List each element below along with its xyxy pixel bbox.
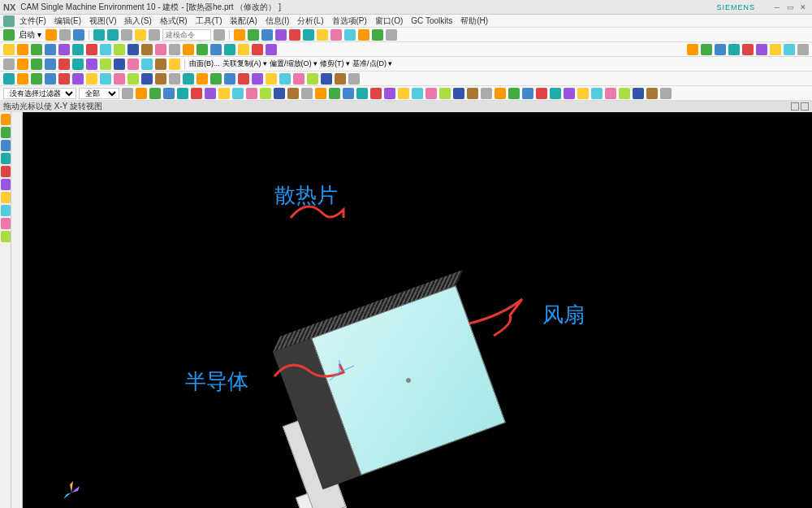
curve-c-icon[interactable]	[31, 73, 42, 85]
sk-m-icon[interactable]	[169, 59, 180, 70]
cylinder-icon[interactable]	[31, 44, 42, 55]
menu-gctoolkits[interactable]: GC Toolkits	[408, 15, 456, 26]
sk-d-icon[interactable]	[45, 59, 56, 70]
view-c-icon[interactable]	[715, 44, 726, 55]
label-offsetscale[interactable]: 偏置/缩放(O) ▾	[270, 59, 317, 69]
view-a-icon[interactable]	[687, 44, 698, 55]
sel-n-icon[interactable]	[301, 88, 313, 99]
view-e-icon[interactable]	[742, 44, 754, 55]
sel-s-icon[interactable]	[370, 88, 382, 99]
sweep-icon[interactable]	[100, 44, 111, 55]
nav-sys-icon[interactable]	[1, 231, 11, 242]
command-input[interactable]	[162, 29, 211, 41]
nav-hd3d-icon[interactable]	[1, 166, 11, 177]
menu-prefs[interactable]: 首选项(P)	[329, 15, 370, 28]
snap-c-icon[interactable]	[439, 88, 451, 99]
viewport[interactable]: 散热片 风扇 半导体	[23, 112, 812, 508]
tool-e-icon[interactable]	[289, 29, 300, 41]
snap-r-icon[interactable]	[646, 88, 658, 99]
curve-d-icon[interactable]	[45, 73, 56, 85]
sk-e-icon[interactable]	[58, 59, 70, 70]
sel-h-icon[interactable]	[218, 88, 230, 99]
shell-icon[interactable]	[155, 44, 166, 55]
menu-window[interactable]: 窗口(O)	[372, 15, 406, 28]
paste-icon[interactable]	[149, 29, 160, 41]
copy-icon[interactable]	[135, 29, 146, 41]
sk-g-icon[interactable]	[86, 59, 97, 70]
tool-k-icon[interactable]	[372, 29, 383, 41]
sel-r-icon[interactable]	[356, 88, 368, 99]
curve-b-icon[interactable]	[17, 73, 28, 85]
tool-h-icon[interactable]	[330, 29, 342, 41]
tool-f-icon[interactable]	[303, 29, 314, 41]
new-icon[interactable]	[45, 29, 57, 41]
snap-p-icon[interactable]	[619, 88, 630, 99]
sel-c-icon[interactable]	[149, 88, 161, 99]
tool-i-icon[interactable]	[344, 29, 356, 41]
curve-l-icon[interactable]	[155, 73, 166, 85]
subtract-icon[interactable]	[252, 44, 263, 55]
view-i-icon[interactable]	[797, 44, 809, 55]
curve-k-icon[interactable]	[141, 73, 153, 85]
sk-j-icon[interactable]	[127, 59, 139, 70]
snap-q-icon[interactable]	[633, 88, 644, 99]
sk-b-icon[interactable]	[17, 59, 28, 70]
nav-constraint-icon[interactable]	[1, 140, 11, 151]
snap-j-icon[interactable]	[536, 88, 547, 99]
view-h-icon[interactable]	[784, 44, 795, 55]
menu-assembly[interactable]: 装配(A)	[227, 15, 260, 28]
view-b-icon[interactable]	[701, 44, 712, 55]
menu-info[interactable]: 信息(I)	[262, 15, 292, 28]
nav-history-icon[interactable]	[1, 192, 11, 203]
snap-l-icon[interactable]	[564, 88, 575, 99]
curve-q-icon[interactable]	[224, 73, 235, 85]
sk-f-icon[interactable]	[72, 59, 84, 70]
restore-button[interactable]: ▭	[784, 2, 796, 12]
save-icon[interactable]	[73, 29, 84, 41]
curve-p-icon[interactable]	[210, 73, 222, 85]
sel-e-icon[interactable]	[177, 88, 188, 99]
start-label[interactable]: 启动 ▾	[17, 29, 43, 41]
start-icon[interactable]	[3, 29, 15, 41]
nav-browser-icon[interactable]	[1, 179, 11, 190]
search-icon[interactable]	[214, 29, 225, 41]
mirror-icon[interactable]	[224, 44, 235, 55]
nav-asm-icon[interactable]	[1, 127, 11, 138]
curve-j-icon[interactable]	[127, 73, 139, 85]
menu-file[interactable]: 文件(F)	[16, 15, 50, 28]
tool-d-icon[interactable]	[275, 29, 287, 41]
label-datum[interactable]: 基准/点(D) ▾	[352, 59, 393, 69]
open-icon[interactable]	[59, 29, 71, 41]
sk-h-icon[interactable]	[100, 59, 111, 70]
menu-help[interactable]: 帮助(H)	[457, 15, 491, 28]
revolve-icon[interactable]	[86, 44, 97, 55]
filter-select[interactable]: 没有选择过滤器	[3, 88, 76, 99]
curve-w-icon[interactable]	[307, 73, 318, 85]
tool-j-icon[interactable]	[358, 29, 369, 41]
menu-format[interactable]: 格式(R)	[157, 15, 191, 28]
view-g-icon[interactable]	[770, 44, 781, 55]
close-button[interactable]: ✕	[797, 2, 809, 12]
sk-l-icon[interactable]	[155, 59, 166, 70]
curve-m-icon[interactable]	[169, 73, 180, 85]
snap-g-icon[interactable]	[495, 88, 506, 99]
undo-icon[interactable]	[93, 29, 105, 41]
curve-u-icon[interactable]	[279, 73, 291, 85]
scope-select[interactable]: 全部	[79, 88, 119, 99]
snap-a-icon[interactable]	[412, 88, 423, 99]
sk-a-icon[interactable]	[3, 59, 15, 70]
extrude-icon[interactable]	[72, 44, 84, 55]
snap-f-icon[interactable]	[481, 88, 492, 99]
snap-i-icon[interactable]	[522, 88, 533, 99]
curve-y-icon[interactable]	[335, 73, 346, 85]
sel-o-icon[interactable]	[315, 88, 326, 99]
curve-s-icon[interactable]	[252, 73, 263, 85]
menu-insert[interactable]: 插入(S)	[121, 15, 154, 28]
view-d-icon[interactable]	[728, 44, 740, 55]
menu-view[interactable]: 视图(V)	[86, 15, 119, 28]
sel-j-icon[interactable]	[246, 88, 257, 99]
curve-x-icon[interactable]	[321, 73, 332, 85]
curve-h-icon[interactable]	[100, 73, 111, 85]
curve-e-icon[interactable]	[58, 73, 70, 85]
thread-icon[interactable]	[183, 44, 194, 55]
